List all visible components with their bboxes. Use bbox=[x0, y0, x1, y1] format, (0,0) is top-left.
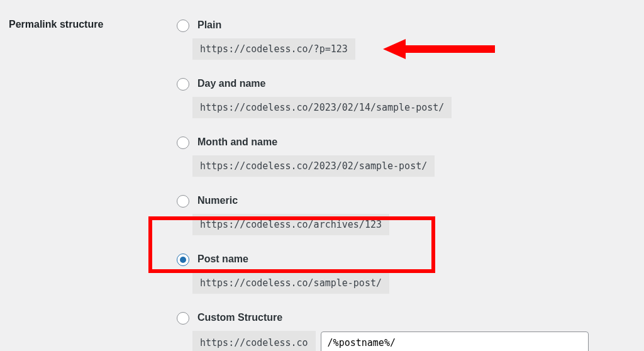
option-day-name: Day and name https://codeless.co/2023/02… bbox=[174, 76, 635, 118]
label-plain: Plain bbox=[197, 20, 221, 31]
label-post-name: Post name bbox=[197, 254, 248, 265]
radio-plain[interactable] bbox=[177, 20, 189, 32]
label-day-name: Day and name bbox=[197, 78, 265, 89]
custom-structure-input[interactable] bbox=[321, 332, 589, 351]
example-numeric: https://codeless.co/archives/123 bbox=[192, 214, 389, 235]
example-plain: https://codeless.co/?p=123 bbox=[192, 38, 355, 60]
example-day-name: https://codeless.co/2023/02/14/sample-po… bbox=[192, 97, 452, 118]
radio-numeric[interactable] bbox=[177, 195, 189, 208]
option-numeric: Numeric https://codeless.co/archives/123 bbox=[174, 193, 635, 235]
example-post-name: https://codeless.co/sample-post/ bbox=[192, 272, 389, 294]
radio-month-name[interactable] bbox=[177, 136, 189, 149]
label-numeric: Numeric bbox=[197, 195, 238, 206]
option-post-name: Post name https://codeless.co/sample-pos… bbox=[174, 252, 635, 294]
label-month-name: Month and name bbox=[197, 136, 277, 148]
option-month-name: Month and name https://codeless.co/2023/… bbox=[174, 135, 635, 177]
option-custom: Custom Structure https://codeless.co Ava… bbox=[174, 310, 635, 351]
option-plain: Plain https://codeless.co/?p=123 bbox=[174, 18, 635, 60]
section-title: Permalink structure bbox=[9, 18, 174, 351]
permalink-options: Plain https://codeless.co/?p=123 Day and… bbox=[174, 18, 635, 351]
example-month-name: https://codeless.co/2023/02/sample-post/ bbox=[192, 155, 435, 177]
radio-post-name[interactable] bbox=[177, 254, 189, 266]
radio-custom[interactable] bbox=[177, 312, 189, 325]
custom-prefix: https://codeless.co bbox=[192, 331, 316, 351]
label-custom: Custom Structure bbox=[197, 312, 282, 323]
radio-day-name[interactable] bbox=[177, 78, 189, 91]
